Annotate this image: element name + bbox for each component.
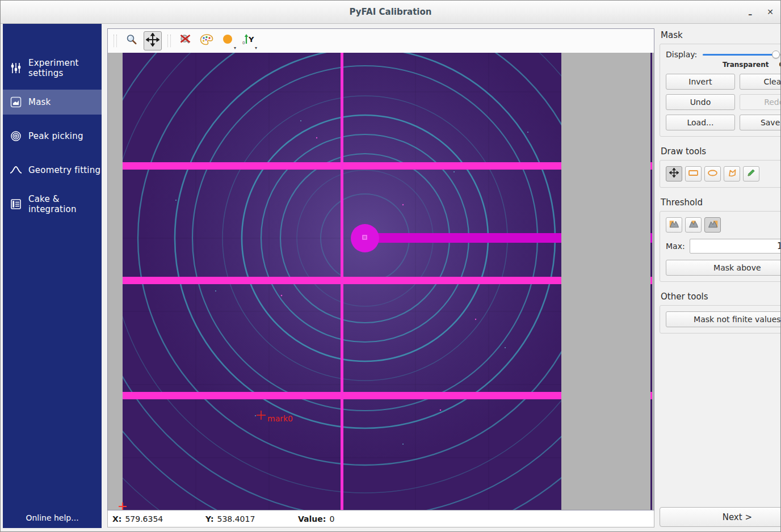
magnifier-icon (125, 33, 138, 48)
toolbar-grip[interactable] (114, 35, 117, 47)
threshold-groupbox: Max: Mask above (660, 211, 781, 282)
display-slider-handle[interactable] (772, 50, 780, 58)
mask-not-finite-button[interactable]: Mask not finite values (666, 311, 781, 327)
histogram-above-icon (707, 219, 719, 231)
next-button[interactable]: Next > (660, 507, 781, 527)
rectangle-tool-button[interactable] (685, 166, 702, 181)
status-y: Y: 538.4017 (205, 514, 298, 523)
diffraction-image: mark0 (108, 53, 654, 510)
window-content: Experiment settings Mask (1, 24, 780, 531)
mask-panel: Mask Display: Transparent Opaque Invert (654, 24, 781, 528)
mask-above-threshold-button[interactable] (704, 217, 721, 233)
svg-text:0: 0 (242, 41, 245, 45)
crosshair-off-icon (179, 33, 192, 49)
pencil-icon (746, 168, 756, 180)
clear-button[interactable]: Clear (740, 74, 781, 90)
window-controls: – ✕ (748, 1, 774, 23)
pencil-tool-button[interactable] (743, 166, 759, 181)
polygon-tool-button[interactable] (724, 166, 740, 181)
dropdown-caret-icon: ▾ (234, 45, 236, 50)
load-button[interactable]: Load... (666, 115, 735, 130)
color-circle-icon (221, 33, 234, 48)
status-bar: X: 579.6354 Y: 538.4017 Value: 0 (107, 510, 654, 527)
mask-above-button[interactable]: Mask above (666, 260, 781, 276)
save-button[interactable]: Save... (740, 115, 781, 130)
pan-draw-tool-button[interactable] (666, 166, 682, 181)
palette-icon (199, 33, 214, 49)
mask-between-threshold-button[interactable] (685, 217, 702, 233)
pyfai-window: PyFAI Calibration – ✕ Experiment setting… (0, 0, 781, 532)
redo-button: Redo (740, 94, 781, 110)
pan-tool-button[interactable] (144, 31, 162, 50)
threshold-title: Threshold (661, 197, 781, 208)
main-area: ▾ 0 Y ▾ (107, 24, 654, 528)
mask-below-threshold-button[interactable] (666, 217, 682, 233)
zoom-tool-button[interactable] (123, 31, 141, 50)
sidebar: Experiment settings Mask (3, 24, 102, 528)
histogram-between-icon (688, 219, 699, 231)
y-axis-icon: 0 Y (241, 33, 256, 49)
polygon-icon (727, 168, 737, 180)
toolbar-grip[interactable] (167, 35, 171, 47)
plot-toolbar: ▾ 0 Y ▾ (108, 29, 654, 53)
other-tools-title: Other tools (661, 292, 781, 302)
colormap-button[interactable] (198, 31, 216, 50)
mask-color-button[interactable]: ▾ (219, 31, 237, 50)
mask-vertical-line (341, 53, 343, 510)
sidebar-item-label: Experiment settings (28, 58, 102, 78)
ellipse-icon (707, 168, 718, 180)
sidebar-item-label: Peak picking (28, 131, 83, 141)
invert-button[interactable]: Invert (666, 74, 735, 90)
status-y-value: 538.4017 (217, 514, 255, 523)
status-x: X: 579.6354 (112, 514, 205, 523)
status-value: Value: 0 (298, 514, 334, 523)
opaque-label: Opaque (779, 61, 781, 69)
max-threshold-input[interactable] (690, 239, 781, 254)
window-title: PyFAI Calibration (350, 7, 432, 17)
status-x-value: 579.6354 (125, 514, 163, 523)
mask-section-title: Mask (661, 30, 781, 40)
close-button[interactable]: ✕ (767, 8, 774, 16)
image-edge-sliver (650, 53, 652, 510)
online-help-link[interactable]: Online help... (3, 513, 102, 528)
draw-tools-groupbox (660, 160, 781, 188)
titlebar: PyFAI Calibration – ✕ (1, 1, 780, 24)
rectangle-icon (688, 168, 699, 180)
sidebar-item-mask[interactable]: Mask (3, 90, 102, 115)
sidebar-item-peak-picking[interactable]: Peak picking (3, 124, 102, 149)
sidebar-item-cake-integration[interactable]: Cake & integration (3, 192, 102, 217)
concentric-rings-icon (10, 130, 22, 142)
sidebar-nav: Experiment settings Mask (3, 24, 102, 226)
sidebar-item-geometry-fitting[interactable]: Geometry fitting (3, 158, 102, 183)
diffraction-canvas[interactable]: mark0 (108, 53, 654, 510)
mask-groupbox: Display: Transparent Opaque Invert Clear… (660, 44, 781, 137)
pan-crosshair-icon (669, 168, 679, 180)
transparent-label: Transparent (723, 61, 769, 69)
svg-text:Y: Y (248, 35, 254, 44)
integration-icon (10, 198, 22, 210)
undo-button[interactable]: Undo (666, 94, 735, 110)
sliders-icon (10, 62, 22, 74)
plot-widget: ▾ 0 Y ▾ (107, 28, 654, 510)
sidebar-item-label: Mask (28, 97, 51, 107)
sidebar-item-experiment-settings[interactable]: Experiment settings (3, 56, 102, 81)
peak-curve-icon (10, 164, 22, 176)
beamstop-arm (368, 233, 561, 243)
max-label: Max: (666, 242, 685, 251)
mask-icon (10, 96, 22, 108)
y-axis-orientation-button[interactable]: 0 Y ▾ (240, 31, 258, 50)
dropdown-caret-icon: ▾ (255, 45, 257, 50)
ellipse-tool-button[interactable] (704, 166, 721, 181)
other-tools-groupbox: Mask not finite values (660, 305, 781, 333)
display-slider-fill (703, 54, 776, 56)
sidebar-item-label: Cake & integration (28, 194, 102, 214)
draw-tools-title: Draw tools (661, 146, 781, 157)
minimize-button[interactable]: – (748, 8, 752, 16)
sidebar-item-label: Geometry fitting (28, 165, 100, 175)
display-label: Display: (666, 50, 697, 59)
display-slider[interactable] (703, 50, 781, 59)
svg-text:mark0: mark0 (267, 414, 293, 423)
crosshair-off-button[interactable] (177, 31, 195, 50)
histogram-below-icon (669, 219, 680, 231)
pan-crosshair-icon (146, 33, 159, 49)
